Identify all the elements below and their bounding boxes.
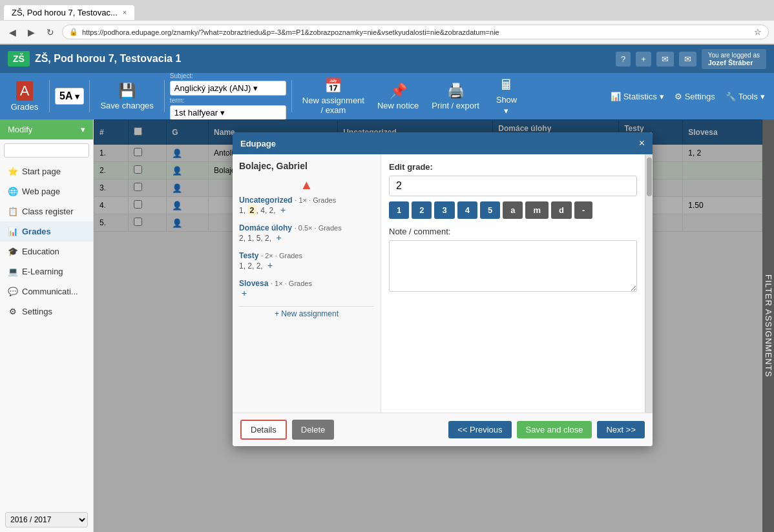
communications-label: Communicati... [22,287,78,296]
modal-scrollbar[interactable] [645,154,653,413]
class-dropdown-icon: ▾ [75,92,79,101]
modal-footer-left: Details Delete [240,420,334,440]
modify-label: Modify [8,125,32,134]
delete-btn[interactable]: Delete [292,420,335,440]
globe-icon: 🌐 [8,187,18,196]
filter-assignments-sidebar[interactable]: FILTER ASSIGNMENTS [762,119,774,532]
filter-label: FILTER ASSIGNMENTS [764,274,773,377]
browser-tab[interactable]: ZŠ, Pod horou 7, Testovac... × [4,5,134,20]
toolbar-divider-4 [291,80,292,112]
uncategorized-grades: 1, 2, 4, 2, + [239,205,374,215]
add-testy-btn[interactable]: + [267,260,273,271]
details-btn[interactable]: Details [240,420,287,440]
tab-close-btn[interactable]: × [123,8,127,16]
sidebar-item-elearning[interactable]: 💻 E-Learning [0,261,93,281]
modal-section-slovesa: Slovesa · 1× · Grades + [239,278,374,298]
gear-icon: ⚙ [675,92,682,101]
grade-btn-5[interactable]: 5 [480,201,500,219]
term-dropdown[interactable]: 1st halfyear ▾ [170,105,286,120]
save-changes-btn[interactable]: 💾 Save changes [95,80,158,113]
web-page-label: Web page [22,187,60,196]
note-textarea[interactable] [389,240,637,292]
domace-title: Domáce úlohy [239,223,292,232]
grades-label: Grades [11,102,39,112]
grade-buttons: 1 2 3 4 5 a m d - [389,201,637,219]
slovesa-title: Slovesa [239,279,268,288]
new-assignment-icon: 📅 [324,77,342,94]
scrollbar-thumb [647,158,652,196]
print-export-btn[interactable]: 🖨️ Print / export [426,80,485,113]
modal-section-domace: Domáce úlohy · 0.5× · Grades 2, 1, 5, 2,… [239,223,374,243]
show-icon: 🖩 [499,77,514,94]
subject-dropdown[interactable]: Anglický jazyk (ANJ) ▾ [170,81,286,96]
toolbar-divider-1 [49,80,50,112]
add-slovesa-btn[interactable]: + [242,288,247,298]
domace-grades: 2, 1, 5, 2, + [239,232,374,243]
sidebar-item-communications[interactable]: 💬 Communicati... [0,281,93,302]
add-domace-btn[interactable]: + [276,232,281,243]
grade-input[interactable]: 2 [389,176,637,196]
modal-close-btn[interactable]: × [639,138,645,149]
sidebar-item-education[interactable]: 🎓 Education [0,241,93,261]
register-icon: 📋 [8,207,18,216]
testy-grades: 1, 2, 2, + [239,260,374,271]
back-btn[interactable]: ◀ [5,26,20,39]
grade-btn-dash[interactable]: - [574,201,592,219]
settings-btn[interactable]: ⚙ Settings [671,89,719,104]
new-assignment-btn[interactable]: 📅 New assignment/ exam [297,75,370,118]
slovesa-grades: + [239,288,374,298]
email-btn[interactable]: ✉ [679,52,696,66]
tab-bar: ZŠ, Pod horou 7, Testovac... × [0,0,774,21]
modify-btn[interactable]: Modify ▾ [0,119,93,139]
header-icons: ? + ✉ ✉ You are logged as Jozef Štráber [616,49,766,69]
refresh-btn[interactable]: ↻ [43,26,58,39]
add-uncategorized-btn[interactable]: + [280,205,286,215]
sidebar-item-web-page[interactable]: 🌐 Web page [0,181,93,201]
show-btn[interactable]: 🖩 Show ▾ [487,74,526,118]
show-label: Show [496,95,518,105]
grades-btn[interactable]: A Grades [5,79,44,114]
statistics-label: Statistics [623,92,657,101]
settings-sidebar-icon: ⚙ [8,307,18,316]
new-notice-btn[interactable]: 📌 New notice [372,80,424,113]
tools-label: Tools [738,92,758,101]
address-bar[interactable]: 🔒 https://podhora.edupage.org/znamky/?wh… [62,25,769,39]
domace-sub: · 0.5× · Grades [295,224,342,232]
forward-btn[interactable]: ▶ [24,26,39,39]
modal-footer-right: << Previous Save and close Next >> [448,421,645,438]
help-btn[interactable]: ? [616,52,631,66]
statistics-btn[interactable]: 📊 Statistics ▾ [607,89,668,104]
next-btn[interactable]: Next >> [597,421,645,438]
messages-btn[interactable]: ✉ [656,52,674,66]
grade-btn-4[interactable]: 4 [457,201,477,219]
grade-btn-d[interactable]: d [551,201,572,219]
tools-btn[interactable]: 🔧 Tools ▾ [722,89,769,104]
sidebar-item-start-page[interactable]: ⭐ Start page [0,161,93,181]
grade-btn-3[interactable]: 3 [434,201,454,219]
grades-icon: A [16,81,34,101]
search-input[interactable] [4,143,89,158]
term-value: 1st halfyear [174,108,218,118]
toolbar-divider-3 [164,80,165,112]
previous-btn[interactable]: << Previous [448,421,511,438]
username-label: Jozef Štráber [708,59,760,66]
sidebar-item-grades[interactable]: 📊 Grades [0,221,93,241]
sidebar-footer: 2016 / 2017 [0,507,93,532]
toolbar: A Grades 5A ▾ 💾 Save changes Subject: An… [0,73,774,119]
slovesa-sub: · 1× · Grades [271,280,312,287]
grade-btn-1[interactable]: 1 [389,201,409,219]
save-close-btn[interactable]: Save and close [517,421,592,438]
grade-btn-m[interactable]: m [525,201,549,219]
education-label: Education [22,247,59,256]
grade-btn-2[interactable]: 2 [412,201,432,219]
class-select[interactable]: 5A ▾ [55,88,84,105]
sidebar-item-settings[interactable]: ⚙ Settings [0,302,93,322]
tools-dropdown-icon: ▾ [760,92,765,101]
add-btn[interactable]: + [636,52,651,66]
class-select-wrapper: 5A ▾ [55,88,84,105]
new-assignment-link[interactable]: + New assignment [239,306,374,321]
subject-select: Subject: Anglický jazyk (ANJ) ▾ term: 1s… [170,72,286,120]
year-select[interactable]: 2016 / 2017 [5,512,88,527]
sidebar-item-class-register[interactable]: 📋 Class register [0,201,93,221]
grade-btn-a[interactable]: a [503,201,523,219]
